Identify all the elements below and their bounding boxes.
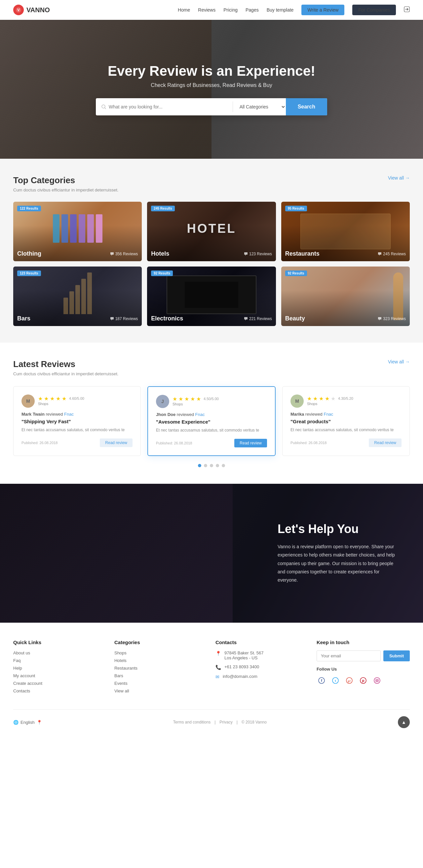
svg-text:p: p: [362, 679, 364, 682]
review-category: Shops: [38, 402, 132, 406]
footer-cat-hotels[interactable]: Hotels: [115, 658, 202, 663]
privacy-link[interactable]: Privacy: [220, 720, 232, 724]
pinterest-icon[interactable]: p: [358, 676, 368, 685]
review-title: "Great products": [291, 418, 401, 424]
footer-cat-shops[interactable]: Shops: [115, 650, 202, 655]
footer-cat-restaurants[interactable]: Restaurants: [115, 665, 202, 671]
review-footer: Published: 26.08.2018 Read review: [156, 439, 267, 447]
footer-link-about[interactable]: About us: [13, 650, 101, 655]
review-author: Jhon Doe reviewed Fnac: [156, 412, 267, 417]
footer-cat-bars[interactable]: Bars: [115, 673, 202, 678]
category-card[interactable]: 92 Results Electronics 221 Reviews: [147, 267, 275, 326]
google-plus-icon[interactable]: g+: [344, 676, 354, 685]
terms-link[interactable]: Terms and conditions: [173, 720, 210, 724]
star-icon: ★: [185, 396, 189, 402]
footer-email: ✉ info@domain.com: [216, 674, 303, 680]
scroll-to-top-button[interactable]: ▲: [398, 716, 410, 728]
review-date: Published: 26.08.2018: [156, 441, 192, 445]
search-bar: All Categories Clothing Hotels Restauran…: [96, 98, 327, 115]
nav-home[interactable]: Home: [178, 7, 190, 12]
rating-value: 4.50/5.00: [203, 397, 219, 401]
star-icon: ★: [56, 396, 61, 402]
review-card: J ★★★★★ 4.50/5.00 Shops Jhon Doe reviewe…: [148, 386, 275, 456]
review-title: "Avesome Experience": [156, 419, 267, 425]
read-review-button[interactable]: Read review: [234, 439, 267, 447]
footer-cat-events[interactable]: Events: [115, 681, 202, 686]
category-reviews: 323 Reviews: [378, 316, 406, 321]
category-name: Restaurants: [285, 250, 320, 257]
read-review-button[interactable]: Read review: [100, 438, 132, 447]
category-reviews: 221 Reviews: [244, 316, 272, 321]
review-business-link[interactable]: Fnac: [324, 412, 333, 416]
instagram-icon[interactable]: [372, 676, 382, 685]
avatar: M: [291, 395, 304, 408]
twitter-icon[interactable]: t: [330, 676, 340, 685]
slider-dot[interactable]: [204, 464, 207, 467]
reviews-section: Latest Reviews Cum doctus civibus effici…: [0, 343, 423, 484]
category-name: Electronics: [151, 315, 183, 322]
category-name: Bars: [17, 315, 30, 322]
star-icon: ★: [319, 396, 324, 402]
reviews-heading: Latest Reviews Cum doctus civibus effici…: [13, 359, 118, 376]
slider-dot[interactable]: [216, 464, 219, 467]
review-business-link[interactable]: Fnac: [195, 412, 204, 417]
search-category-select[interactable]: All Categories Clothing Hotels Restauran…: [233, 98, 286, 115]
nav-buy-template[interactable]: Buy template: [267, 7, 294, 12]
comment-icon: [244, 252, 248, 256]
categories-view-all[interactable]: View all →: [388, 175, 410, 181]
category-info: Bars 187 Reviews: [17, 315, 138, 322]
footer-link-create-account[interactable]: Create account: [13, 681, 101, 686]
slider-dot[interactable]: [210, 464, 213, 467]
footer-language-selector[interactable]: 🌐 English 📍: [13, 720, 42, 725]
search-button[interactable]: Search: [286, 98, 327, 115]
write-review-button[interactable]: Write a Review: [301, 5, 344, 15]
category-card[interactable]: 92 Results Beauty 323 Reviews: [281, 267, 410, 326]
location-icon: 📍: [37, 720, 42, 725]
category-card[interactable]: 95 Results Restaurants 245 Reviews: [281, 202, 410, 261]
comment-icon: [110, 317, 114, 321]
category-card[interactable]: 123 Results Bars 187 Reviews: [13, 267, 142, 326]
logo[interactable]: V VANNO: [13, 5, 50, 15]
svg-text:f: f: [321, 679, 322, 682]
footer-quick-links-title: Quick Links: [13, 640, 101, 645]
category-badge: 123 Results: [17, 271, 41, 276]
category-card[interactable]: 122 Results Clothing 356 Reviews: [13, 202, 142, 261]
avatar: J: [156, 395, 169, 408]
review-card: M ★★★★★ 4.60/5.00 Shops Mark Twain revie…: [13, 386, 141, 456]
newsletter-submit-button[interactable]: Submit: [383, 650, 410, 661]
categories-heading: Top Categories Cum doctus civibus effici…: [13, 175, 118, 192]
category-reviews: 123 Reviews: [244, 252, 272, 256]
facebook-icon[interactable]: f: [317, 676, 326, 685]
review-footer: Published: 26.08.2018 Read review: [291, 438, 401, 447]
star-icon: ★: [325, 396, 329, 402]
star-icon: ★: [38, 396, 43, 402]
reviews-view-all[interactable]: View all →: [388, 359, 410, 364]
footer-cat-view-all[interactable]: View all: [115, 688, 202, 693]
review-business-link[interactable]: Fnac: [64, 412, 74, 416]
nav-reviews[interactable]: Reviews: [198, 7, 216, 12]
search-input-wrap: [96, 98, 233, 115]
comment-icon: [378, 252, 382, 256]
footer-link-contacts[interactable]: Contacts: [13, 688, 101, 693]
nav-pricing[interactable]: Pricing: [223, 7, 238, 12]
footer-link-account[interactable]: My account: [13, 673, 101, 678]
review-meta: ★★★★★ 4.50/5.00 Shops: [172, 396, 267, 407]
read-review-button[interactable]: Read review: [369, 438, 401, 447]
categories-header: Top Categories Cum doctus civibus effici…: [13, 175, 410, 192]
footer-link-faq[interactable]: Faq: [13, 658, 101, 663]
footer-categories-title: Categories: [115, 640, 202, 645]
social-icons: f t g+ p: [317, 676, 410, 685]
for-companies-button[interactable]: For Companies: [352, 5, 396, 15]
nav-pages[interactable]: Pages: [246, 7, 259, 12]
star-icon: ★: [190, 396, 195, 402]
search-input[interactable]: [109, 104, 227, 110]
svg-text:V: V: [17, 8, 20, 12]
login-icon[interactable]: [404, 6, 410, 14]
newsletter-email-input[interactable]: [317, 650, 381, 661]
footer-link-help[interactable]: Help: [13, 665, 101, 671]
slider-dot[interactable]: [222, 464, 225, 467]
slider-dot[interactable]: [198, 464, 201, 467]
category-info: Restaurants 245 Reviews: [285, 250, 406, 257]
review-author: Mark Twain reviewed Fnac: [22, 412, 132, 416]
category-card[interactable]: HOTEL 245 Results Hotels 123 Reviews: [147, 202, 275, 261]
